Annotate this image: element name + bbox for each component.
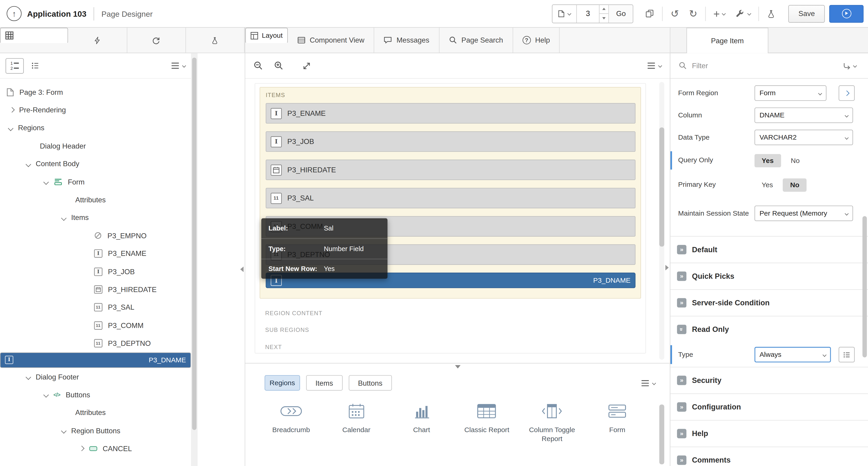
gallery-item-calendar[interactable]: Calendar: [324, 403, 389, 443]
app-logo-icon[interactable]: ↑: [7, 6, 22, 21]
tab-help[interactable]: ? Help: [513, 28, 560, 53]
layout-item-p3-job[interactable]: I P3_JOB: [266, 132, 635, 152]
tree-node-p3-sal[interactable]: 11 P3_SAL: [0, 298, 191, 316]
tree-node-p3-hiredate[interactable]: P3_HIREDATE: [0, 281, 191, 298]
tree-node-dialog-header[interactable]: Dialog Header: [0, 137, 191, 155]
page-number-stepper[interactable]: [599, 5, 609, 23]
chevron-down-icon[interactable]: [26, 374, 31, 379]
undo-button[interactable]: ↺: [666, 4, 684, 23]
session-state-select[interactable]: Per Request (Memory: [754, 206, 853, 221]
primary-key-no[interactable]: No: [783, 178, 806, 191]
save-button[interactable]: Save: [788, 5, 825, 23]
goto-group-menu-button[interactable]: [843, 61, 856, 70]
tree-node-cancel-button[interactable]: CANCEL: [0, 440, 191, 458]
shared-components-button[interactable]: [762, 4, 781, 23]
gallery-tab-regions[interactable]: Regions: [265, 375, 300, 391]
gallery-item-form[interactable]: Form: [585, 403, 650, 443]
tree-node-attributes[interactable]: Attributes: [0, 404, 191, 421]
expand-right-panel-handle[interactable]: [665, 265, 669, 270]
tree-node-buttons-region[interactable]: </> Buttons: [0, 386, 191, 404]
column-select[interactable]: DNAME: [754, 108, 853, 123]
query-only-no[interactable]: No: [783, 154, 807, 167]
sort-order-button[interactable]: [29, 59, 42, 72]
zoom-out-button[interactable]: [253, 61, 263, 70]
scrollbar-thumb[interactable]: [659, 404, 664, 464]
section-default[interactable]: » Default: [670, 236, 868, 263]
tree-node-p3-empno[interactable]: P3_EMPNO: [0, 227, 191, 244]
expand-button[interactable]: [302, 61, 311, 70]
run-page-button[interactable]: [829, 5, 864, 23]
tab-layout[interactable]: Layout: [245, 28, 287, 43]
tree-node-dialog-footer[interactable]: Dialog Footer: [0, 368, 191, 386]
section-help[interactable]: » Help: [670, 420, 868, 446]
tree-node-page[interactable]: Page 3: Form: [0, 83, 191, 101]
layout-item-p3-sal[interactable]: 11 P3_SAL: [266, 188, 635, 208]
layout-item-p3-hiredate[interactable]: P3_HIREDATE: [266, 159, 635, 180]
tab-messages[interactable]: Messages: [374, 28, 439, 53]
layout-menu-button[interactable]: [647, 62, 662, 69]
section-read-only[interactable]: » Read Only: [670, 316, 868, 342]
tree-node-p3-ename[interactable]: I P3_ENAME: [0, 245, 191, 263]
tab-rendering[interactable]: [0, 28, 68, 43]
tab-page-shared-components[interactable]: [186, 28, 245, 53]
tree-node-attributes[interactable]: Attributes: [0, 191, 191, 209]
collapse-left-panel-handle[interactable]: [240, 266, 244, 272]
go-button[interactable]: Go: [609, 5, 633, 23]
chevron-down-icon[interactable]: [43, 392, 49, 397]
gallery-item-chart[interactable]: Chart: [389, 403, 454, 443]
tab-page-search[interactable]: Page Search: [439, 28, 513, 53]
horizontal-splitter[interactable]: [245, 363, 670, 371]
page-select-button[interactable]: [553, 5, 577, 23]
default-order-button[interactable]: 12: [5, 58, 24, 74]
form-region-select[interactable]: Form: [754, 85, 827, 101]
section-configuration[interactable]: » Configuration: [670, 394, 868, 420]
filter-input[interactable]: [692, 62, 838, 70]
page-number-input[interactable]: 3: [577, 5, 599, 23]
redo-button[interactable]: ↻: [684, 4, 702, 23]
splitter-grip-icon[interactable]: [455, 365, 460, 369]
goto-region-button[interactable]: [839, 85, 855, 101]
gallery-item-classic-report[interactable]: Classic Report: [454, 403, 519, 443]
gallery-menu-button[interactable]: [641, 379, 655, 387]
tree-node-region-buttons[interactable]: Region Buttons: [0, 421, 191, 439]
create-menu-button[interactable]: +: [708, 4, 730, 23]
gallery-tab-items[interactable]: Items: [306, 375, 342, 391]
read-only-type-select[interactable]: Always: [754, 347, 831, 362]
primary-key-yes[interactable]: Yes: [754, 178, 780, 191]
layout-item-p3-ename[interactable]: I P3_ENAME: [266, 103, 635, 124]
section-comments[interactable]: » Comments: [670, 446, 868, 466]
chevron-right-icon[interactable]: [79, 446, 84, 451]
tree-menu-button[interactable]: [171, 62, 186, 69]
chevron-down-icon[interactable]: [43, 179, 49, 184]
tab-component-view[interactable]: Component View: [287, 28, 374, 53]
tab-processing[interactable]: [127, 28, 186, 53]
gallery-tab-buttons[interactable]: Buttons: [349, 375, 392, 391]
utilities-menu-button[interactable]: [730, 4, 756, 23]
component-list-button[interactable]: [839, 347, 855, 362]
gallery-item-breadcrumb[interactable]: Breadcrumb: [258, 403, 324, 443]
scrollbar-thumb[interactable]: [659, 127, 664, 246]
chevron-down-icon[interactable]: [61, 428, 66, 433]
tree-node-pre-rendering[interactable]: Pre-Rendering: [0, 101, 191, 119]
gallery-item-column-toggle-report[interactable]: Column Toggle Report: [519, 403, 585, 443]
section-quick-picks[interactable]: » Quick Picks: [670, 263, 868, 289]
tree-node-form-region[interactable]: Form: [0, 173, 191, 191]
tree-node-p3-deptno[interactable]: 11 P3_DEPTNO: [0, 334, 191, 352]
data-type-select[interactable]: VARCHAR2: [754, 129, 853, 145]
tree-node-p3-comm[interactable]: 11 P3_COMM: [0, 317, 191, 334]
tab-dynamic-actions[interactable]: [68, 28, 127, 53]
step-down-icon[interactable]: [600, 14, 609, 23]
tree-node-items[interactable]: Items: [0, 209, 191, 227]
tree-node-regions[interactable]: Regions: [0, 119, 191, 137]
chevron-down-icon[interactable]: [8, 125, 13, 130]
query-only-yes[interactable]: Yes: [754, 154, 781, 167]
scrollbar-thumb[interactable]: [192, 58, 196, 430]
tree-node-content-body[interactable]: Content Body: [0, 155, 191, 173]
page-copy-button[interactable]: [640, 4, 659, 23]
tab-page-item[interactable]: Page Item: [686, 28, 768, 53]
section-server-side-condition[interactable]: » Server-side Condition: [670, 289, 868, 316]
zoom-in-button[interactable]: [274, 61, 283, 70]
chevron-right-icon[interactable]: [9, 108, 14, 113]
chevron-down-icon[interactable]: [26, 162, 31, 166]
section-security[interactable]: » Security: [670, 367, 868, 394]
